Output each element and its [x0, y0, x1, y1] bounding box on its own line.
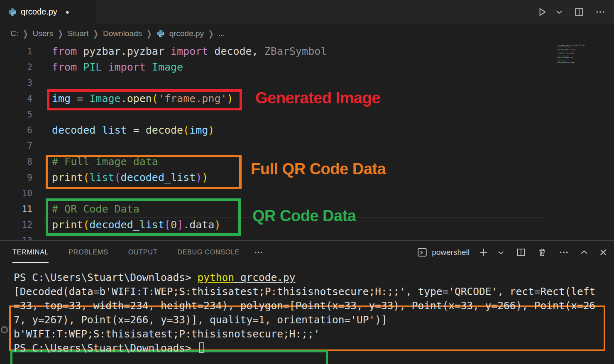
terminal-dropdown-chevron-icon[interactable]: [498, 249, 504, 256]
split-editor-button[interactable]: [574, 7, 584, 17]
annotation-label-full-qr-data: Full QR Code Data: [251, 160, 386, 178]
bottom-panel: TERMINALPROBLEMSOUTPUTDEBUG CONSOLE powe…: [0, 241, 614, 364]
line-number: 2: [0, 59, 32, 75]
terminal-line: b'WIFI:T:WEP;S:thisisatest;P:thisisnotse…: [14, 327, 320, 341]
breadcrumb-item[interactable]: Downloads: [103, 29, 142, 38]
run-dropdown-chevron-icon[interactable]: [556, 9, 563, 15]
panel-tab-output[interactable]: OUTPUT: [128, 241, 158, 264]
breadcrumb: C:❯Users❯Stuart❯Downloads❯ qrcode.py❯...: [0, 24, 614, 44]
annotation-box-full-qr-data: [46, 155, 242, 189]
code-editor[interactable]: 1from pyzbar.pyzbar import decode, ZBarS…: [0, 44, 614, 240]
annotation-label-generated-image: Generated Image: [255, 89, 380, 107]
annotation-box-qr-data: [46, 198, 241, 236]
shell-label: powershell: [432, 248, 470, 257]
line-number: 11: [0, 201, 32, 217]
line-number: 4: [0, 91, 32, 107]
terminal-area[interactable]: PS C:\Users\Stuart\Downloads> python qrc…: [0, 264, 614, 364]
line-number: 7: [0, 138, 32, 154]
line-number: 10: [0, 186, 32, 201]
code-line: 6decoded_list = decode(img): [0, 122, 614, 138]
panel-more-actions-button[interactable]: [558, 247, 569, 258]
python-file-icon: [8, 8, 17, 16]
editor-actions: [537, 0, 614, 24]
terminal-line: [Decoded(data=b'WIFI:T:WEP;S:thisisatest…: [14, 285, 595, 299]
breadcrumb-item[interactable]: qrcode.py: [169, 29, 204, 38]
panel-tab-debug-console[interactable]: DEBUG CONSOLE: [177, 241, 240, 264]
terminal-profile[interactable]: powershell: [417, 247, 470, 258]
line-number: 3: [0, 75, 32, 91]
terminal-icon: [417, 247, 428, 258]
tab-filename: qrcode.py: [21, 7, 57, 17]
line-number: 5: [0, 107, 32, 122]
breadcrumb-item[interactable]: Stuart: [68, 29, 89, 38]
line-number: 6: [0, 122, 32, 138]
chevron-right-icon: ❯: [208, 29, 214, 39]
split-terminal-button[interactable]: [516, 247, 526, 257]
chevron-right-icon: ❯: [23, 29, 28, 39]
tab-qrcode-py[interactable]: qrcode.py ●: [0, 0, 96, 24]
line-number: 13: [0, 233, 32, 240]
breadcrumb-item[interactable]: ...: [218, 29, 225, 38]
terminal-line: 7, y=267), Point(x=266, y=33)], quality=…: [14, 313, 387, 327]
terminal-line: PS C:\Users\Stuart\Downloads>: [14, 341, 204, 355]
minimap[interactable]: from pyzbar.pyzbar import decode, ZBarSy…: [558, 44, 589, 82]
terminal-cursor: [199, 342, 204, 353]
code-line: 7: [0, 138, 614, 154]
annotation-box-generated-image: [47, 89, 242, 110]
run-button[interactable]: [537, 7, 548, 17]
chevron-right-icon: ❯: [147, 29, 152, 39]
annotation-label-qr-data: QR Code Data: [252, 207, 356, 225]
code-line: 1from pyzbar.pyzbar import decode, ZBarS…: [0, 44, 614, 59]
python-file-icon: [157, 29, 165, 38]
panel-tab-problems[interactable]: PROBLEMS: [68, 241, 108, 264]
tab-bar: qrcode.py ●: [0, 0, 614, 24]
terminal-line: =33, top=33, width=234, height=234), pol…: [14, 299, 595, 313]
line-number: 8: [0, 154, 32, 170]
panel-tab-terminal[interactable]: TERMINAL: [12, 241, 49, 264]
line-number: 1: [0, 44, 32, 59]
terminal-actions: powershell: [417, 247, 607, 258]
chevron-right-icon: ❯: [58, 29, 63, 39]
code-line: 2from PIL import Image: [0, 59, 614, 75]
maximize-panel-chevron-up-button[interactable]: [580, 249, 588, 256]
kill-terminal-trash-button[interactable]: [537, 247, 547, 257]
line-number: 9: [0, 170, 32, 186]
recording-ring-icon: [1, 326, 8, 333]
more-actions-button[interactable]: [595, 7, 606, 17]
chevron-right-icon: ❯: [93, 29, 98, 39]
panel-header: TERMINALPROBLEMSOUTPUTDEBUG CONSOLE powe…: [0, 241, 614, 264]
terminal-line: PS C:\Users\Stuart\Downloads> python qrc…: [14, 271, 296, 285]
close-panel-button[interactable]: [599, 248, 607, 257]
new-terminal-button[interactable]: [478, 247, 489, 258]
vscode-window: { "colors": { "red": "#e8232b", "orange"…: [0, 0, 614, 364]
line-number: 12: [0, 217, 32, 233]
panel-tabs-more-button[interactable]: [254, 247, 264, 257]
breadcrumb-item[interactable]: Users: [33, 29, 54, 38]
breadcrumb-item[interactable]: C:: [10, 29, 18, 38]
panel-tabs: TERMINALPROBLEMSOUTPUTDEBUG CONSOLE: [12, 241, 259, 264]
code-line: 3: [0, 75, 614, 91]
modified-dot-icon[interactable]: ●: [66, 8, 69, 15]
